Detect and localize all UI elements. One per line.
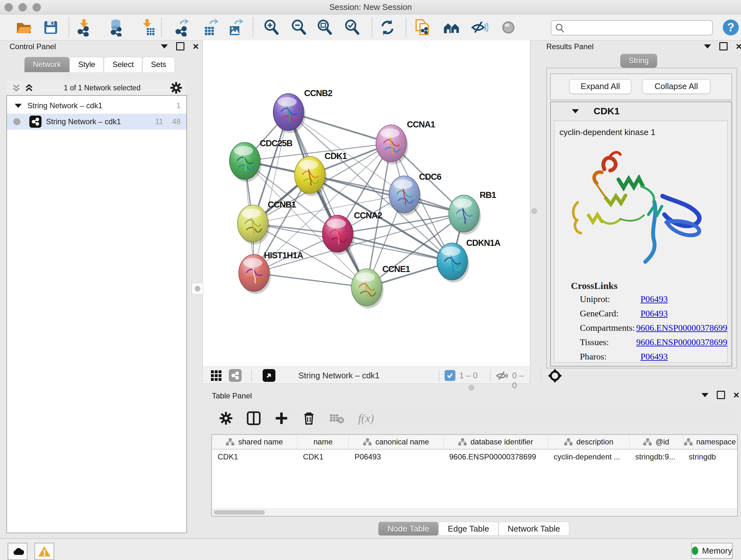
table-cell[interactable]: CDK1 (212, 449, 297, 464)
import-network-from-database-icon[interactable] (108, 18, 125, 37)
panel-menu-icon[interactable] (161, 44, 168, 49)
memory-button[interactable]: Memory (691, 543, 733, 559)
left-splitter-handle[interactable] (192, 283, 203, 294)
gene-entry-header[interactable]: CDK1 (551, 102, 731, 120)
zoom-out-icon[interactable] (290, 18, 308, 37)
network-node-CCNB2[interactable] (273, 94, 306, 133)
network-node-CCNA2[interactable] (322, 215, 354, 255)
table-cell[interactable]: CDK1 (297, 449, 349, 464)
network-overview-icon[interactable] (443, 18, 461, 37)
cloud-button[interactable] (8, 543, 27, 560)
table-row[interactable]: CDK1CDK1P064939606.ENSP00000378699cyclin… (212, 449, 737, 464)
import-network-icon[interactable] (75, 18, 93, 37)
show-columns-icon[interactable] (246, 411, 261, 426)
network-node-HIST1H1A[interactable] (239, 254, 271, 294)
collapse-all-button[interactable]: Collapse All (642, 79, 711, 94)
right-splitter-handle[interactable] (531, 208, 537, 214)
panel-close-icon[interactable]: × (736, 43, 741, 50)
panel-float-icon[interactable] (717, 391, 725, 399)
crosslink-label: Pharos: (580, 349, 641, 364)
expand-all-button[interactable]: Expand All (569, 79, 631, 94)
panel-close-icon[interactable]: × (733, 392, 739, 398)
network-graph[interactable]: CCNB2CCNA1CDC25BCDK1CDC6RB1CCNB1CCNA2CDK… (203, 40, 530, 367)
table-settings-gear-icon[interactable] (219, 411, 233, 425)
tab-edge-table[interactable]: Edge Table (439, 522, 498, 536)
network-collection-row[interactable]: String Network – cdk1 1 (7, 98, 186, 114)
crosslink-link[interactable]: P06493 (641, 349, 668, 364)
export-table-icon[interactable] (202, 18, 219, 37)
collapse-all-icon[interactable] (11, 82, 22, 93)
network-node-CCNA1[interactable] (376, 125, 408, 165)
column-header[interactable]: canonical name (349, 435, 444, 449)
delete-table-icon[interactable] (329, 412, 345, 425)
column-header[interactable]: description (548, 435, 630, 449)
panel-float-icon[interactable] (176, 42, 185, 51)
duplicate-network-icon[interactable] (414, 18, 431, 37)
zoom-in-icon[interactable] (262, 18, 280, 37)
panel-menu-icon[interactable] (704, 44, 711, 49)
zoom-fit-icon[interactable] (316, 18, 333, 37)
table-cell[interactable]: cyclin-dependent ... (548, 449, 630, 464)
tab-sets[interactable]: Sets (142, 57, 175, 72)
status-bar: Memory (0, 538, 741, 560)
tab-select[interactable]: Select (104, 57, 142, 72)
expand-all-icon[interactable] (23, 82, 35, 93)
string-view-icon[interactable] (229, 369, 242, 382)
node-table[interactable]: shared namenamecanonical namedatabase id… (211, 434, 738, 516)
crosslink-link[interactable]: 9606.ENSP00000378699 (636, 320, 727, 335)
search-field[interactable] (551, 20, 713, 36)
function-builder-icon[interactable]: f(x) (358, 412, 374, 425)
grid-view-icon[interactable] (210, 370, 222, 381)
network-node-CDC6[interactable] (389, 176, 421, 215)
column-header[interactable]: shared name (212, 435, 297, 449)
bottom-splitter-handle[interactable] (468, 385, 474, 390)
selected-nodes-checkbox[interactable] (445, 370, 455, 381)
save-session-icon[interactable] (42, 18, 60, 37)
import-table-icon[interactable] (138, 18, 156, 37)
tab-node-table[interactable]: Node Table (378, 522, 439, 536)
table-cell[interactable]: 9606.ENSP00000378699 (444, 449, 548, 464)
zoom-selected-icon[interactable] (343, 18, 361, 37)
column-header[interactable]: @id (630, 435, 683, 449)
help-icon[interactable]: ? (722, 18, 740, 37)
tab-network[interactable]: Network (24, 57, 70, 72)
warnings-button[interactable] (35, 543, 54, 560)
inactive-eye-icon[interactable] (499, 18, 517, 37)
table-cell[interactable]: P06493 (349, 449, 444, 464)
panel-menu-icon[interactable] (701, 393, 709, 397)
network-node-CCNE1[interactable] (351, 269, 384, 308)
crosslink-link[interactable]: 9606.ENSP00000378699 (636, 335, 727, 349)
table-cell[interactable]: stringdb (683, 449, 737, 464)
birdseye-view-icon[interactable] (263, 369, 275, 382)
column-header[interactable]: database identifier (444, 435, 548, 449)
open-session-icon[interactable] (15, 18, 32, 37)
entry-collapse-icon[interactable] (572, 109, 579, 113)
tab-network-table[interactable]: Network Table (498, 522, 569, 536)
tab-style[interactable]: Style (70, 57, 104, 72)
tree-expand-icon[interactable] (15, 104, 22, 108)
hscrollbar-thumb[interactable] (214, 510, 265, 515)
network-node-CDK1[interactable] (294, 157, 327, 196)
panel-float-icon[interactable] (719, 42, 728, 51)
search-input[interactable] (568, 22, 706, 33)
panel-close-icon[interactable]: × (193, 43, 199, 50)
refresh-layout-icon[interactable] (379, 18, 396, 37)
export-image-icon[interactable] (226, 18, 245, 37)
network-node-CCNB1[interactable] (238, 205, 270, 245)
network-node-RB1[interactable] (449, 195, 481, 235)
crosslink-link[interactable]: P06493 (641, 292, 668, 306)
delete-column-icon[interactable] (302, 411, 316, 425)
network-row-selected[interactable]: String Network – cdk1 11 48 (7, 114, 186, 130)
gear-icon[interactable] (170, 81, 183, 94)
export-network-icon[interactable] (173, 18, 191, 37)
network-node-CDKN1A[interactable] (437, 243, 469, 283)
hide-panels-icon[interactable] (470, 18, 488, 37)
add-column-icon[interactable] (274, 411, 288, 425)
table-cell[interactable]: stringdb:9... (630, 449, 683, 464)
network-canvas[interactable]: CCNB2CCNA1CDC25BCDK1CDC6RB1CCNB1CCNA2CDK… (202, 40, 530, 367)
crosslink-link[interactable]: P06493 (641, 306, 668, 320)
tab-string[interactable]: String (620, 54, 657, 68)
column-header[interactable]: namespace (683, 435, 737, 449)
column-header[interactable]: name (297, 435, 349, 449)
table-hscrollbar[interactable] (212, 509, 737, 516)
